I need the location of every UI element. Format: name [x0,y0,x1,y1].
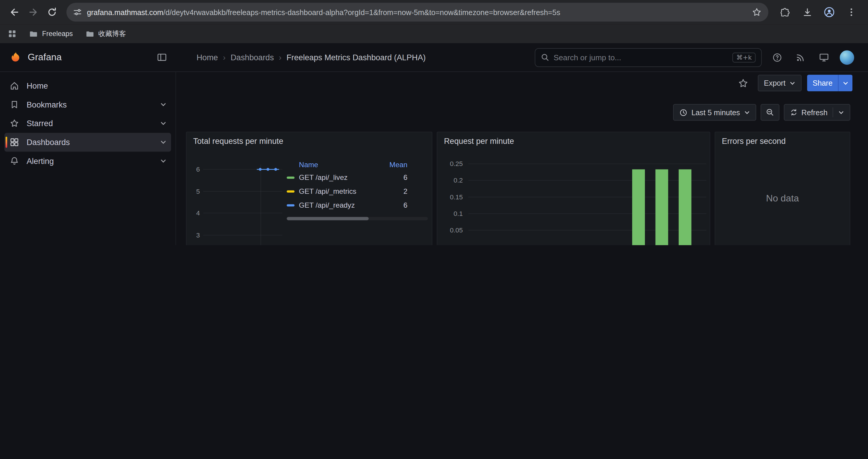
chevron-down-icon[interactable] [160,120,167,127]
back-icon[interactable] [6,3,23,21]
share-label: Share [813,79,833,87]
chevron-right-icon: › [279,53,282,62]
svg-text:0.2: 0.2 [454,177,463,184]
grafana-app: Grafana Home › Dashboards › Freeleaps Me… [0,43,868,245]
downloads-icon[interactable] [798,3,816,21]
sidebar-item-starred[interactable]: Starred [4,114,171,133]
legend-header: Name Mean [287,158,428,170]
search-box[interactable]: ⌘+k [535,48,762,67]
svg-text:0.25: 0.25 [450,160,463,167]
bookmark-label: 收藏博客 [98,29,126,38]
bookmark-folder-freeleaps[interactable]: Freeleaps [29,29,73,38]
panel-title[interactable]: Errors per second [715,132,850,150]
requests-per-minute-chart: 0.25 0.2 0.15 0.1 0.05 0 17:37:00 17:38:… [437,148,710,245]
folder-icon [85,29,95,38]
breadcrumb-home[interactable]: Home [196,53,218,62]
url-path: /d/deytv4rwavabkb/freeleaps-metrics-dash… [163,8,560,16]
zoom-out-button[interactable] [761,104,779,121]
news-rss-icon[interactable] [792,48,809,66]
sidebar-collapse-icon[interactable] [157,52,167,63]
svg-text:0.15: 0.15 [450,193,463,201]
user-avatar[interactable] [838,48,856,66]
refresh-icon [790,108,797,116]
grafana-body: Home Bookmarks Starred [0,72,868,245]
sidebar-item-dashboards[interactable]: Dashboards [4,133,171,152]
series-color-livez [287,176,294,178]
chevron-down-icon[interactable] [160,158,167,164]
share-button[interactable]: Share [807,75,838,91]
brand-name[interactable]: Grafana [28,52,62,63]
sidebar: Home Bookmarks Starred [0,72,176,245]
time-range-picker[interactable]: Last 5 minutes [673,104,756,121]
bookmarks-bar: Freeleaps 收藏博客 [0,24,868,43]
breadcrumb-dashboards[interactable]: Dashboards [230,53,274,62]
browser-menu-icon[interactable] [843,3,860,21]
bookmark-icon [9,100,20,109]
legend-row: GET /api/_livez 6 [287,170,428,184]
chevron-down-icon[interactable] [160,101,167,108]
extensions-icon[interactable] [776,3,794,21]
forward-icon[interactable] [24,3,42,21]
clock-icon [679,108,687,117]
svg-text:6: 6 [196,166,200,173]
sidebar-item-home[interactable]: Home [4,76,171,95]
bookmark-star-icon[interactable] [752,7,762,17]
series-name[interactable]: GET /api/_livez [299,173,380,182]
folder-icon [29,29,38,38]
chevron-down-icon[interactable] [160,139,167,145]
svg-text:0.05: 0.05 [450,227,463,234]
reload-icon[interactable] [43,3,61,21]
share-split-button: Share [807,75,852,91]
nav-icon-group [769,48,856,66]
sidebar-item-alerting[interactable]: Alerting [4,152,171,170]
legend-header-name[interactable]: Name [299,160,380,168]
refresh-button[interactable]: Refresh [784,104,850,121]
series-color-readyz [287,204,294,206]
refresh-label: Refresh [802,108,828,117]
search-shortcut: ⌘+k [733,52,755,62]
chevron-down-icon [789,80,796,86]
browser-toolbar: grafana.mathmast.com/d/deytv4rwavabkb/fr… [0,0,868,24]
grafana-top-nav: Grafana Home › Dashboards › Freeleaps Me… [0,43,868,72]
address-bar[interactable]: grafana.mathmast.com/d/deytv4rwavabkb/fr… [66,3,769,22]
avatar [840,50,854,65]
help-icon[interactable] [769,48,786,66]
export-label: Export [764,79,785,87]
button-divider [833,107,833,118]
series-name[interactable]: GET /api/_readyz [299,201,380,209]
sidebar-item-bookmarks[interactable]: Bookmarks [4,95,171,114]
url-text[interactable]: grafana.mathmast.com/d/deytv4rwavabkb/fr… [87,8,747,16]
profile-icon[interactable] [820,3,838,21]
browser-actions [774,3,862,21]
sidebar-item-label: Bookmarks [27,100,67,109]
search-icon [541,53,549,61]
dashboard-actions: Export Share [176,72,868,94]
chevron-down-icon [838,109,844,116]
site-settings-icon[interactable] [73,8,82,17]
search-input[interactable] [554,53,728,62]
brand-area: Grafana [0,43,176,71]
svg-text:4: 4 [196,209,200,217]
sidebar-item-label: Dashboards [27,138,70,147]
panel-title[interactable]: Request per minute [437,132,710,150]
dashboard-main: Export Share Last [176,72,868,245]
series-name[interactable]: GET /api/_metrics [299,187,380,195]
legend-header-mean[interactable]: Mean [380,160,407,168]
favorite-star-icon[interactable] [735,74,752,92]
sidebar-item-label: Home [27,81,48,90]
share-menu-button[interactable] [838,75,852,91]
bookmark-folder-blogs[interactable]: 收藏博客 [85,29,126,38]
export-button[interactable]: Export [758,75,802,91]
grafana-logo-icon[interactable] [9,51,22,64]
dashboard-grid: Total requests per minute 6 5 4 3 [176,122,868,245]
scrollbar-thumb[interactable] [287,217,369,220]
kiosk-monitor-icon[interactable] [815,48,833,66]
apps-grid-icon[interactable] [8,29,17,38]
legend-row: GET /api/_metrics 2 [287,184,428,198]
svg-text:0.1: 0.1 [454,210,463,218]
url-domain: grafana.mathmast.com [87,8,163,16]
legend-scrollbar[interactable] [287,217,428,220]
bookmark-label: Freeleaps [42,30,73,37]
panel-title[interactable]: Total requests per minute [186,132,432,150]
star-icon [9,119,20,129]
